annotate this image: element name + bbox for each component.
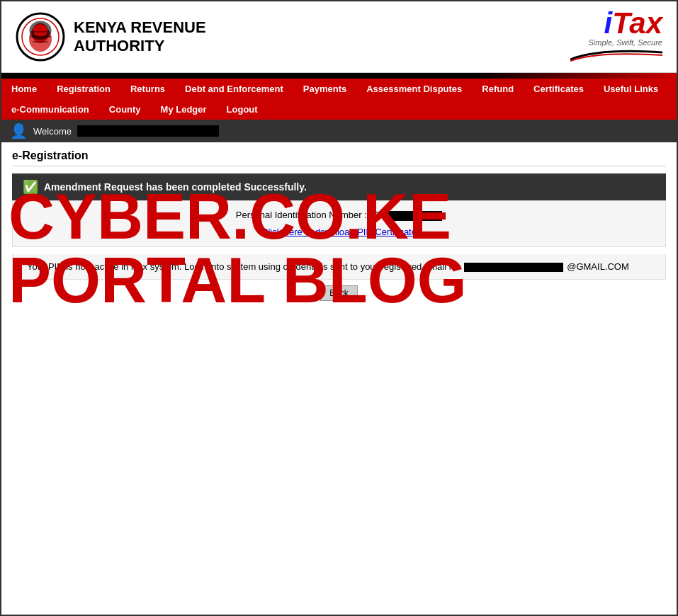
success-checkmark-icon: ✅ [23,179,38,195]
nav-row-2: e-Communication County My Ledger Logout [1,99,677,120]
pin-number-value [385,211,442,221]
pin-label: Personal Identification Number : A0 [236,210,380,220]
success-message-bar: ✅ Amendment Request has been completed S… [12,173,666,200]
nav-row-1: Home Registration Returns Debt and Enfor… [1,79,677,99]
itax-logo-area: iTax Simple, Swift, Secure [570,8,662,65]
nav-e-communication[interactable]: e-Communication [1,99,99,120]
success-message-text: Amendment Request has been completed Suc… [44,181,307,193]
welcome-bar: 👤 Welcome [1,120,677,142]
nav-useful-links[interactable]: Useful Links [594,79,668,99]
svg-point-6 [35,24,45,34]
header: Kenya Revenue Authority iTax Simple, Swi… [1,1,677,73]
nav-my-ledger[interactable]: My Ledger [151,99,217,120]
itax-i-letter: i [604,6,613,40]
itax-tax-text: Tax [612,6,662,40]
nav-certificates[interactable]: Certificates [524,79,594,99]
back-button[interactable]: Back [320,285,358,301]
pin-info-box: Personal Identification Number : A0 Clic… [12,200,666,247]
nav-debt-enforcement[interactable]: Debt and Enforcement [175,79,293,99]
pin-number-row: Personal Identification Number : A0 [27,210,651,221]
itax-tagline: Simple, Swift, Secure [570,38,662,47]
black-divider-bar [1,73,677,79]
main-content: e-Registration ✅ Amendment Request has b… [1,142,677,308]
info-text-row: Your PIN is now active in iTax system. L… [12,254,666,280]
email-masked-value [464,263,563,272]
nav-logout[interactable]: Logout [217,99,268,120]
download-pin-certificate-link[interactable]: Click here to download PIN Certificate [261,227,417,237]
kra-logo-icon [16,12,65,62]
nav-assessment-disputes[interactable]: Assessment Disputes [356,79,472,99]
user-icon: 👤 [10,122,28,139]
welcome-label: Welcome [33,126,72,137]
kra-logo-area: Kenya Revenue Authority [16,12,206,62]
info-text-before: Your PIN is now active in iTax system. L… [27,261,461,272]
nav-refund[interactable]: Refund [472,79,524,99]
welcome-username [77,125,219,137]
nav-home[interactable]: Home [1,79,47,99]
kra-name: Kenya Revenue Authority [74,18,206,56]
page-title: e-Registration [12,149,666,166]
back-button-row: Back [12,285,666,301]
nav-payments[interactable]: Payments [293,79,356,99]
nav-registration[interactable]: Registration [47,79,120,99]
itax-swoosh-icon [570,47,662,62]
email-suffix: @GMAIL.COM [567,261,629,272]
main-navigation: Home Registration Returns Debt and Enfor… [1,79,677,120]
nav-county[interactable]: County [99,99,151,120]
nav-returns[interactable]: Returns [120,79,175,99]
